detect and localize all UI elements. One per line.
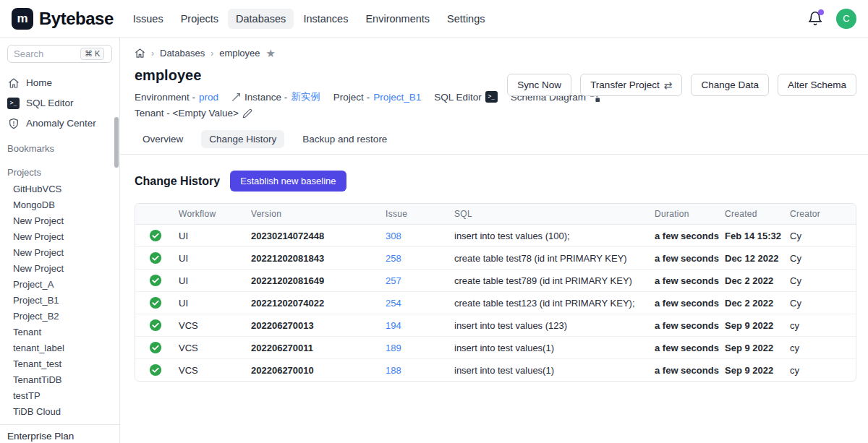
sidebar-item-anomaly-center[interactable]: Anomaly Center	[0, 113, 119, 133]
cell-creator: Cy	[787, 292, 856, 314]
change-data-button[interactable]: Change Data	[691, 74, 769, 96]
section-heading: Change History	[135, 175, 220, 188]
nav-item-projects[interactable]: Projects	[173, 9, 226, 29]
enterprise-plan-link[interactable]: Enterprise Plan	[0, 424, 119, 443]
notifications-button[interactable]	[807, 11, 823, 27]
column-header-version: Version	[248, 204, 383, 225]
nav-item-settings[interactable]: Settings	[439, 9, 493, 29]
cell-sql: insert into test values (100);	[451, 225, 652, 247]
column-header-workflow: Workflow	[176, 204, 248, 225]
issue-link[interactable]: 258	[386, 253, 401, 264]
project-item-new-project[interactable]: New Project	[0, 260, 119, 276]
issue-link[interactable]: 189	[386, 343, 401, 353]
search-input[interactable]	[14, 48, 80, 59]
project-item-tenanttidb[interactable]: TenantTiDB	[0, 371, 119, 387]
main-content: › Databases › employee ★ employee Enviro…	[120, 38, 868, 443]
transfer-project-button[interactable]: Transfer Project⇄	[580, 74, 682, 96]
cell-workflow: VCS	[176, 314, 248, 337]
project-item-mongodb[interactable]: MongoDB	[0, 197, 119, 212]
column-header-duration: Duration	[652, 204, 722, 225]
cell-version: 202206270013	[248, 314, 383, 337]
success-check-icon	[149, 364, 162, 377]
database-tabs: OverviewChange HistoryBackup and restore	[135, 130, 856, 148]
project-item-project-b2[interactable]: Project_B2	[0, 308, 119, 324]
instance-meta: Instance - 新实例	[231, 90, 320, 103]
cell-issue: 257	[383, 270, 451, 292]
favorite-star-icon[interactable]: ★	[266, 48, 276, 59]
shield-icon	[7, 117, 20, 129]
alter-schema-button[interactable]: Alter Schema	[778, 74, 856, 96]
cell-workflow: UI	[176, 247, 248, 270]
cell-issue: 189	[383, 337, 451, 359]
search-box[interactable]: ⌘ K	[7, 45, 112, 63]
cell-created: Sep 9 2022	[722, 337, 787, 359]
brand-name: Bytebase	[39, 9, 114, 29]
tab-overview[interactable]: Overview	[135, 130, 191, 148]
project-item-new-project[interactable]: New Project	[0, 244, 119, 260]
main-nav: IssuesProjectsDatabasesInstancesEnvironm…	[125, 9, 493, 29]
tab-change-history[interactable]: Change History	[201, 130, 284, 148]
edit-pencil-icon[interactable]	[242, 108, 252, 119]
sidebar-item-label: SQL Editor	[26, 98, 74, 108]
change-history-table: WorkflowVersionIssueSQLDurationCreatedCr…	[135, 203, 856, 382]
breadcrumb-employee[interactable]: employee	[219, 48, 260, 59]
cell-duration: a few seconds	[652, 337, 722, 359]
project-item-tidb-cloud[interactable]: TiDB Cloud	[0, 403, 119, 419]
cell-status	[135, 292, 176, 314]
cell-workflow: VCS	[176, 359, 248, 382]
issue-link[interactable]: 254	[386, 298, 401, 309]
tab-backup-and-restore[interactable]: Backup and restore	[294, 130, 395, 148]
project-link[interactable]: Project_B1	[373, 92, 421, 103]
project-item-new-project[interactable]: New Project	[0, 228, 119, 244]
issue-link[interactable]: 188	[386, 365, 401, 376]
column-header-issue: Issue	[383, 204, 451, 225]
environment-link[interactable]: prod	[199, 92, 218, 103]
project-item-githubvcs[interactable]: GitHubVCS	[0, 181, 119, 197]
sql-editor-link[interactable]: SQL Editor >_	[434, 91, 498, 103]
sidebar-item-home[interactable]: Home	[0, 73, 119, 93]
project-item-project-a[interactable]: Project_A	[0, 276, 119, 292]
terminal-icon: >_	[485, 91, 498, 103]
cell-status	[135, 359, 176, 382]
bookmarks-section-label: Bookmarks	[0, 140, 119, 157]
establish-baseline-button[interactable]: Establish new baseline	[230, 171, 346, 192]
issue-link[interactable]: 308	[386, 231, 401, 241]
cell-issue: 194	[383, 314, 451, 337]
project-item-tenant-test[interactable]: Tenant_test	[0, 356, 119, 371]
breadcrumb-home[interactable]	[135, 48, 145, 59]
nav-item-instances[interactable]: Instances	[295, 9, 356, 29]
issue-link[interactable]: 194	[386, 320, 401, 331]
cell-creator: Cy	[787, 247, 856, 270]
cell-workflow: VCS	[176, 337, 248, 359]
project-item-testtp[interactable]: testTP	[0, 387, 119, 403]
instance-link[interactable]: 新实例	[291, 90, 320, 103]
sync-now-button[interactable]: Sync Now	[507, 74, 571, 96]
cell-created: Dec 2 2022	[722, 270, 787, 292]
button-label: Sync Now	[517, 79, 561, 90]
project-item-tenant-label[interactable]: tenant_label	[0, 340, 119, 356]
issue-link[interactable]: 257	[386, 275, 401, 286]
nav-item-environments[interactable]: Environments	[357, 9, 438, 29]
cell-creator: Cy	[787, 225, 856, 247]
action-buttons: Sync NowTransfer Project⇄Change DataAlte…	[507, 74, 856, 96]
sidebar-item-label: Anomaly Center	[26, 118, 96, 129]
project-item-new-project[interactable]: New Project	[0, 212, 119, 228]
sidebar-scrollbar[interactable]	[114, 117, 119, 168]
breadcrumb: › Databases › employee ★	[135, 48, 856, 59]
cell-creator: Cy	[787, 270, 856, 292]
cell-status	[135, 225, 176, 247]
sidebar-item-sql-editor[interactable]: >_SQL Editor	[0, 93, 119, 113]
breadcrumb-databases[interactable]: Databases	[160, 48, 205, 59]
project-meta: Project - Project_B1	[333, 92, 421, 103]
top-navbar: m Bytebase IssuesProjectsDatabasesInstan…	[0, 0, 868, 38]
table-row: UI20221202081649257create table test789 …	[135, 270, 856, 292]
cell-version: 20221202074022	[248, 292, 383, 314]
project-item-project-b1[interactable]: Project_B1	[0, 292, 119, 308]
nav-item-issues[interactable]: Issues	[125, 9, 171, 29]
bytebase-logo[interactable]: m Bytebase	[12, 8, 114, 30]
success-check-icon	[149, 296, 162, 309]
avatar[interactable]: C	[836, 9, 856, 29]
nav-item-databases[interactable]: Databases	[228, 9, 294, 29]
project-item-tenant[interactable]: Tenant	[0, 324, 119, 340]
transfer-arrows-icon: ⇄	[664, 79, 673, 91]
